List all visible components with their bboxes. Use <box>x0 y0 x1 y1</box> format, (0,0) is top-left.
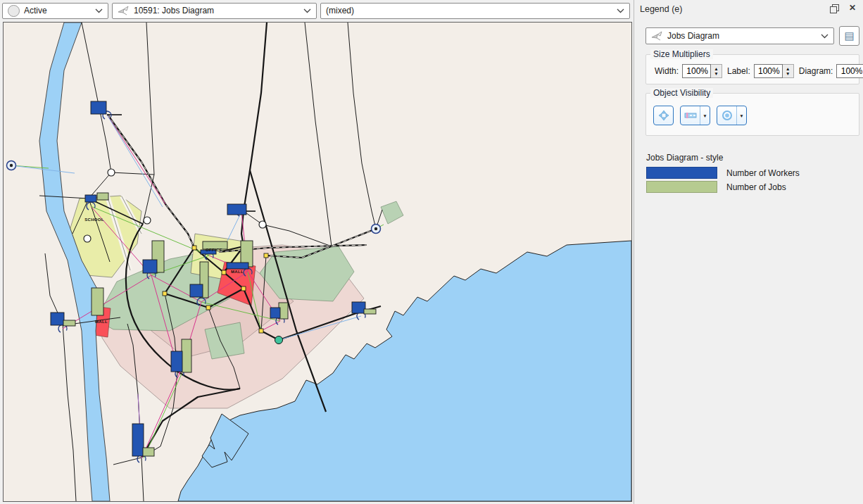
stop-node[interactable] <box>275 336 283 344</box>
workers-bar[interactable] <box>227 263 248 269</box>
nodes-visibility-button[interactable]: ▼ <box>717 106 747 125</box>
object-visibility-title: Object Visibility <box>650 88 713 98</box>
filter-active-value: Active <box>24 6 47 15</box>
list-icon: ▤ <box>844 30 854 42</box>
label-stepper: ▲ ▼ <box>754 64 794 78</box>
workers-bar[interactable] <box>352 302 365 313</box>
jobs-label: Number of Jobs <box>726 182 786 192</box>
junction-node[interactable] <box>144 217 151 224</box>
chevron-down-icon <box>821 34 829 39</box>
legend-item-jobs: Number of Jobs <box>646 181 863 193</box>
graphic-parameters-icon <box>651 31 663 41</box>
label-input[interactable] <box>754 64 783 78</box>
close-icon[interactable]: ✕ <box>849 4 856 12</box>
style-legend-title: Jobs Diagram - style <box>646 153 863 163</box>
nodes-dropdown-arrow[interactable]: ▼ <box>736 106 746 125</box>
jobs-bar[interactable] <box>63 320 75 326</box>
signal-node[interactable] <box>241 286 246 291</box>
filter-active-combobox[interactable]: Active <box>2 3 108 19</box>
workers-bar[interactable] <box>51 313 64 325</box>
legend-selector-combobox[interactable]: Jobs Diagram <box>645 27 834 44</box>
diagram-stepper: ▲ ▼ <box>836 64 863 78</box>
graphic-parameters-value: 10591: Jobs Diagram <box>134 6 214 15</box>
workers-bar[interactable] <box>132 424 144 456</box>
diagram-label: Diagram: <box>799 66 833 76</box>
style-legend: Jobs Diagram - style Number of Workers N… <box>646 153 863 193</box>
legend-panel: Legend (e) ✕ Jobs Diagram ▤ Size Multip <box>634 0 863 504</box>
signal-node[interactable] <box>264 253 268 258</box>
spin-down-icon[interactable]: ▼ <box>786 71 790 76</box>
links-visibility-button[interactable]: ▼ <box>680 106 710 125</box>
label-spin-buttons[interactable]: ▲ ▼ <box>783 64 794 78</box>
width-spin-buttons[interactable]: ▲ ▼ <box>711 64 722 78</box>
signal-node[interactable] <box>206 305 210 310</box>
workers-bar[interactable] <box>171 351 182 372</box>
jobs-bar[interactable] <box>364 309 376 314</box>
junction-node[interactable] <box>108 169 115 176</box>
workers-bar[interactable] <box>143 260 157 273</box>
signal-node[interactable] <box>259 329 263 333</box>
width-label: Width: <box>655 66 679 76</box>
zone-label: MALL <box>95 320 108 324</box>
workers-bar[interactable] <box>91 101 106 114</box>
mixed-selection-value: (mixed) <box>326 6 354 15</box>
graphic-parameters-icon <box>118 6 130 15</box>
zone-label: MALL <box>231 270 244 274</box>
width-input[interactable] <box>682 64 711 78</box>
object-visibility-groupbox: Object Visibility <box>645 93 859 136</box>
nodes-icon <box>717 106 736 125</box>
label-label: Label: <box>727 66 750 76</box>
width-stepper: ▲ ▼ <box>682 64 722 78</box>
external-station-dot <box>374 227 377 230</box>
workers-bar[interactable] <box>270 308 280 318</box>
mixed-selection-combobox[interactable]: (mixed) <box>320 3 630 19</box>
workers-bar[interactable] <box>190 284 203 297</box>
junction-node[interactable] <box>84 235 91 242</box>
spin-up-icon[interactable]: ▲ <box>714 66 718 71</box>
legend-settings-button[interactable]: ▤ <box>839 26 859 46</box>
legend-selector-row: Jobs Diagram ▤ <box>645 26 859 46</box>
status-circle-icon <box>8 5 20 17</box>
size-multipliers-groupbox: Size Multipliers Width: ▲ ▼ Label: ▲ ▼ D… <box>645 54 859 84</box>
workers-label: Number of Workers <box>726 168 800 178</box>
top-toolbar: Active 10591: Jobs Diagram (mixed) <box>0 0 634 21</box>
desire-line <box>107 115 163 207</box>
spin-down-icon[interactable]: ▼ <box>714 71 718 76</box>
workers-bar[interactable] <box>85 195 96 202</box>
size-multipliers-title: Size Multipliers <box>650 49 713 59</box>
desire-line <box>107 115 165 204</box>
zone-label: OFFICE <box>206 248 222 252</box>
jobs-bar[interactable] <box>97 193 108 200</box>
map-view[interactable]: SCHOOLOFFICEMALLMALL <box>3 22 632 502</box>
external-station-dot <box>10 164 13 167</box>
jobs-bar[interactable] <box>182 339 191 372</box>
links-icon <box>681 106 700 125</box>
legend-item-workers: Number of Workers <box>646 167 863 179</box>
chevron-down-icon <box>303 8 311 13</box>
signal-node[interactable] <box>163 291 167 296</box>
workers-color-swatch <box>646 167 717 179</box>
signal-node[interactable] <box>192 246 196 250</box>
jobs-bar[interactable] <box>92 288 103 315</box>
legend-panel-header: Legend (e) ✕ <box>634 0 863 21</box>
zones-icon <box>654 106 673 125</box>
float-window-icon[interactable] <box>832 4 839 11</box>
legend-panel-title: Legend (e) <box>640 4 682 14</box>
chevron-down-icon <box>95 8 103 13</box>
workers-bar[interactable] <box>227 204 246 215</box>
zone-label: SCHOOL <box>84 218 104 222</box>
legend-selector-value: Jobs Diagram <box>667 31 719 41</box>
links-dropdown-arrow[interactable]: ▼ <box>700 106 710 125</box>
jobs-bar[interactable] <box>143 448 154 456</box>
zones-visibility-button[interactable] <box>653 106 674 125</box>
signal-node[interactable] <box>222 270 226 275</box>
spin-up-icon[interactable]: ▲ <box>786 66 790 71</box>
graphic-parameters-combobox[interactable]: 10591: Jobs Diagram <box>112 3 317 19</box>
junction-node[interactable] <box>259 221 266 228</box>
chevron-down-icon <box>617 8 624 13</box>
jobs-color-swatch <box>646 181 717 193</box>
diagram-input[interactable] <box>836 64 863 78</box>
map-canvas[interactable]: SCHOOLOFFICEMALLMALL <box>4 23 631 501</box>
